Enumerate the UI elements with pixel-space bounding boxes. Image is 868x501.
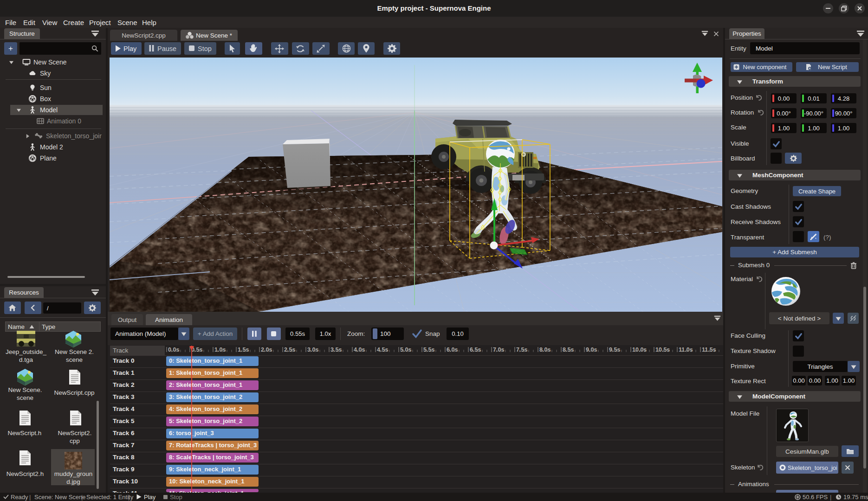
svg-text:3.5s: 3.5s <box>330 347 342 353</box>
svg-text:11.0s: 11.0s <box>679 347 693 353</box>
svg-text:10.5s: 10.5s <box>655 347 670 353</box>
svg-text:6.5s: 6.5s <box>470 347 481 353</box>
svg-text:7.5s: 7.5s <box>516 347 527 353</box>
svg-text:2.0s: 2.0s <box>261 347 272 353</box>
svg-text:10.0s: 10.0s <box>632 347 647 353</box>
svg-text:11.5s: 11.5s <box>702 347 716 353</box>
svg-text:9.0s: 9.0s <box>586 347 597 353</box>
svg-text:8.0s: 8.0s <box>539 347 551 353</box>
svg-text:6.0s: 6.0s <box>447 347 458 353</box>
svg-text:4.0s: 4.0s <box>354 347 365 353</box>
svg-text:3.0s: 3.0s <box>307 347 318 353</box>
svg-text:9.5s: 9.5s <box>609 347 620 353</box>
svg-text:0.0s: 0.0s <box>168 347 179 353</box>
svg-text:5.5s: 5.5s <box>423 347 434 353</box>
svg-text:1.5s: 1.5s <box>238 347 249 353</box>
svg-text:1.0s: 1.0s <box>214 347 226 353</box>
svg-text:4.5s: 4.5s <box>377 347 388 353</box>
svg-text:2.5s: 2.5s <box>284 347 295 353</box>
svg-text:7.0s: 7.0s <box>493 347 504 353</box>
svg-text:5.0s: 5.0s <box>400 347 411 353</box>
svg-text:8.5s: 8.5s <box>563 347 574 353</box>
